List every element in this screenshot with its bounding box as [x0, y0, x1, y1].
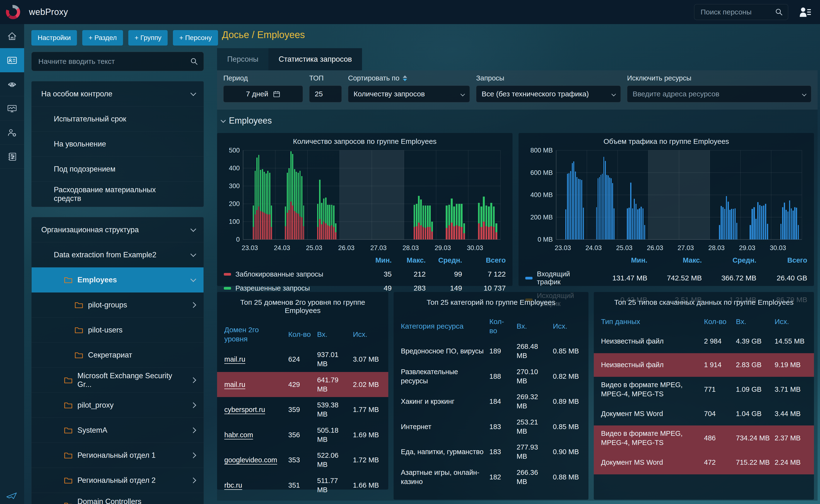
domain-link[interactable]: rbc.ru: [224, 481, 242, 489]
table-column-header: Исх.: [775, 317, 807, 326]
tree-item[interactable]: Domain ControllersDefault container for …: [32, 493, 203, 504]
tree-item[interactable]: Региональный отдел 2: [32, 468, 203, 493]
chevron-right-icon: [190, 377, 196, 383]
table-cell: 505.18 MB: [317, 426, 348, 444]
svg-text:0 MB: 0 MB: [537, 236, 553, 243]
requests-chart-card: Количество запросов по группе Employees …: [217, 133, 512, 286]
tree-search-input[interactable]: [31, 52, 204, 71]
chevron-down-icon: [802, 92, 806, 96]
add-person-button[interactable]: + Персону: [173, 30, 218, 46]
tab-persons[interactable]: Персоны: [217, 48, 269, 70]
table-cell: 937.01 MB: [317, 350, 348, 369]
chevron-right-icon: [190, 452, 196, 458]
domain-link[interactable]: cybersport.ru: [224, 406, 265, 413]
domain-link[interactable]: mail.ru: [224, 355, 245, 363]
table-cell: 2 984: [704, 337, 731, 346]
table-cell: rbc.ru: [224, 481, 283, 490]
exclude-resources-label: Исключить ресурсы: [627, 74, 811, 82]
tree-item[interactable]: SystemA: [32, 418, 203, 443]
person-search-input[interactable]: [694, 4, 788, 20]
rail-item-dossier[interactable]: [0, 48, 24, 72]
tree-item[interactable]: Data extraction from Example2: [32, 242, 203, 267]
tree-item[interactable]: Секретариат: [32, 343, 203, 368]
table-cell: 0.85 MB: [553, 346, 581, 356]
toolbar-buttons: Настройки + Раздел + Группу + Персону: [31, 30, 204, 46]
top-count-input[interactable]: [315, 90, 336, 98]
tree-item[interactable]: Организационная структура: [32, 217, 203, 242]
tree-item[interactable]: pilot_proxy: [32, 393, 203, 418]
table-cell: Документ MS Word: [601, 458, 699, 467]
rail-item-admin-users[interactable]: [0, 120, 24, 145]
rail-item-journal[interactable]: [0, 145, 24, 169]
tree-item-label: Под подозрением: [54, 165, 115, 173]
add-section-button[interactable]: + Раздел: [82, 30, 123, 46]
period-value: 7 дней: [246, 90, 269, 98]
group-section-toggle[interactable]: Employees: [221, 116, 272, 126]
rail-item-monitoring[interactable]: [0, 96, 24, 120]
tab-request-statistics[interactable]: Статистика запросов: [269, 48, 362, 70]
table-cell: 1.04 GB: [736, 409, 770, 418]
tree-item[interactable]: Под подозрением: [32, 157, 203, 182]
svg-text:30.03: 30.03: [770, 244, 786, 252]
table-column-header: Кол-во: [489, 317, 512, 335]
tree-item[interactable]: На особом контроле: [32, 81, 203, 106]
user-menu-button[interactable]: [797, 4, 814, 20]
contact-card-icon: [7, 55, 18, 66]
tree-item[interactable]: Испытательный срок: [32, 106, 203, 132]
stat-value: 99: [432, 270, 462, 278]
domain-link[interactable]: googlevideo.com: [224, 456, 277, 464]
table-cell: 4.39 GB: [736, 337, 770, 346]
stats-column-header: Мин.: [365, 256, 392, 264]
pin-sidebar-button[interactable]: [0, 490, 24, 500]
svg-text:400 MB: 400 MB: [530, 191, 553, 199]
table-cell: 1.77 MB: [353, 405, 381, 414]
svg-text:26.03: 26.03: [338, 244, 355, 252]
domain-link[interactable]: habr.com: [224, 431, 253, 439]
tree-item[interactable]: Региональный отдел 1: [32, 443, 203, 468]
sort-by-select[interactable]: Количеству запросов: [348, 86, 470, 102]
table-column-header: Кол-во: [288, 330, 312, 339]
legend-item: Разрешенные запросы: [224, 284, 359, 292]
svg-text:27.03: 27.03: [370, 244, 387, 252]
tree-item[interactable]: Employees: [32, 267, 203, 292]
table-row: rbc.ru351511.77 MB1.66 MB: [224, 473, 381, 498]
tree-item-label: Региональный отдел 2: [77, 476, 155, 485]
stats-column-header: Средн.: [708, 256, 756, 264]
exclude-resources-field[interactable]: [627, 86, 811, 102]
user-list-icon: [799, 7, 811, 17]
folder-icon: [64, 502, 73, 504]
stat-value: 149: [432, 284, 462, 292]
settings-button[interactable]: Настройки: [31, 30, 77, 46]
table-row: Еда, напитки, гурманство183277.93 MB0.90…: [401, 439, 581, 464]
add-group-button[interactable]: + Группу: [128, 30, 167, 46]
icon-rail: [0, 24, 24, 504]
pin-icon: [6, 490, 18, 500]
top-count-field[interactable]: [309, 86, 342, 102]
tree-item[interactable]: Расходование материальных средств: [32, 182, 203, 207]
exclude-resources-input[interactable]: [633, 90, 803, 98]
table-row: mail.ru429641.79 MB2.02 MB: [217, 372, 388, 397]
tree-item[interactable]: pilot-groups: [32, 292, 203, 318]
table-cell: 771: [704, 385, 731, 394]
folder-icon: [64, 377, 73, 384]
tree-item-label: Расходование материальных средств: [54, 186, 185, 203]
tree-item[interactable]: На увольнение: [32, 132, 203, 157]
domain-link[interactable]: mail.ru: [224, 381, 245, 388]
rail-item-officers[interactable]: [0, 72, 24, 96]
table-header-row: Домен 2го уровняКол-воВх.Исх.: [224, 322, 381, 347]
stats-column-header: Средн.: [432, 256, 462, 264]
table-cell: 0.85 MB: [553, 422, 581, 431]
period-label: Период: [223, 74, 303, 82]
table-column-header: Вх.: [736, 317, 770, 326]
table-cell: mail.ru: [224, 380, 283, 389]
tree-item[interactable]: pilot-users: [32, 318, 203, 343]
tree-item[interactable]: Microsoft Exchange Security Gr...: [32, 368, 203, 393]
rail-item-home[interactable]: [0, 24, 24, 48]
stat-value: 49: [365, 284, 392, 292]
requests-select[interactable]: Все (без технического трафика): [476, 86, 621, 102]
sort-direction-icon[interactable]: [403, 75, 407, 81]
period-picker[interactable]: 7 дней: [223, 86, 303, 102]
table-cell: googlevideo.com: [224, 455, 283, 464]
group-section-title: Employees: [229, 116, 272, 126]
table-row: Видео в формате MPEG, MPEG-4, MPEG-TS486…: [594, 425, 814, 451]
